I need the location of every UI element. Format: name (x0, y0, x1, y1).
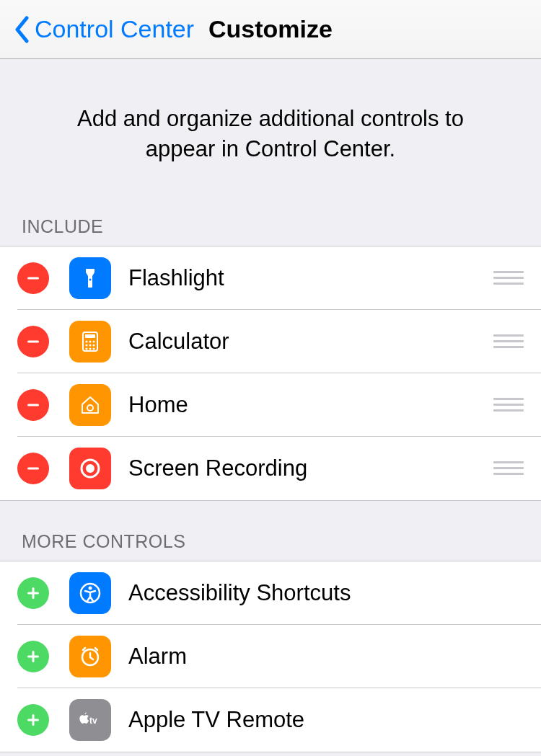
svg-point-15 (87, 405, 93, 411)
drag-handle-icon[interactable] (493, 398, 524, 412)
apple-tv-icon: tv (69, 699, 111, 741)
page-title: Customize (208, 15, 333, 43)
row-label: Accessibility Shortcuts (128, 580, 524, 606)
svg-point-18 (86, 464, 94, 473)
home-icon (69, 384, 111, 426)
accessibility-icon (69, 572, 111, 614)
more-controls-table: Accessibility Shortcuts Alarm (0, 561, 541, 752)
calculator-icon (69, 321, 111, 363)
back-chevron-icon[interactable] (13, 15, 30, 44)
table-row: Flashlight (0, 246, 541, 310)
svg-rect-14 (27, 404, 39, 406)
include-table: Flashlight Calculator (0, 246, 541, 501)
screen-recording-icon (69, 448, 111, 489)
svg-text:tv: tv (89, 716, 97, 726)
svg-rect-16 (27, 467, 39, 469)
drag-handle-icon[interactable] (493, 334, 524, 348)
svg-rect-4 (85, 334, 95, 338)
table-row: Calculator (0, 310, 541, 373)
svg-point-9 (89, 344, 92, 346)
description-text: Add and organize additional controls to … (0, 59, 541, 202)
svg-rect-0 (27, 277, 39, 279)
add-button[interactable] (17, 577, 49, 609)
remove-button[interactable] (17, 389, 49, 421)
row-label: Apple TV Remote (128, 707, 524, 733)
svg-rect-27 (32, 714, 35, 726)
row-label: Screen Recording (128, 455, 493, 481)
drag-handle-icon[interactable] (493, 461, 524, 475)
table-row: Alarm (0, 625, 541, 688)
svg-point-5 (86, 340, 88, 342)
table-row: Screen Recording (0, 437, 541, 500)
nav-bar: Control Center Customize (0, 0, 541, 59)
svg-point-8 (86, 344, 88, 346)
remove-button[interactable] (17, 262, 49, 294)
svg-rect-20 (32, 587, 35, 599)
svg-point-1 (89, 278, 92, 280)
svg-point-11 (86, 347, 88, 350)
row-label: Flashlight (128, 265, 493, 291)
section-header-more: MORE CONTROLS (0, 501, 541, 561)
svg-point-22 (89, 586, 92, 590)
svg-rect-24 (32, 651, 35, 662)
alarm-icon (69, 636, 111, 677)
add-button[interactable] (17, 704, 49, 736)
svg-rect-2 (27, 340, 39, 342)
row-label: Calculator (128, 329, 493, 355)
row-label: Alarm (128, 644, 524, 670)
svg-point-10 (93, 344, 95, 346)
remove-button[interactable] (17, 453, 49, 484)
flashlight-icon (69, 257, 111, 299)
svg-point-12 (89, 347, 92, 350)
drag-handle-icon[interactable] (493, 271, 524, 285)
remove-button[interactable] (17, 326, 49, 357)
table-row: Accessibility Shortcuts (0, 561, 541, 625)
table-row: tv Apple TV Remote (0, 688, 541, 752)
row-label: Home (128, 392, 493, 418)
table-row: Home (0, 373, 541, 437)
svg-point-7 (93, 340, 95, 342)
back-button[interactable]: Control Center (35, 15, 194, 43)
svg-point-6 (89, 340, 92, 342)
section-header-include: INCLUDE (0, 202, 541, 246)
svg-point-13 (93, 347, 95, 350)
add-button[interactable] (17, 641, 49, 672)
